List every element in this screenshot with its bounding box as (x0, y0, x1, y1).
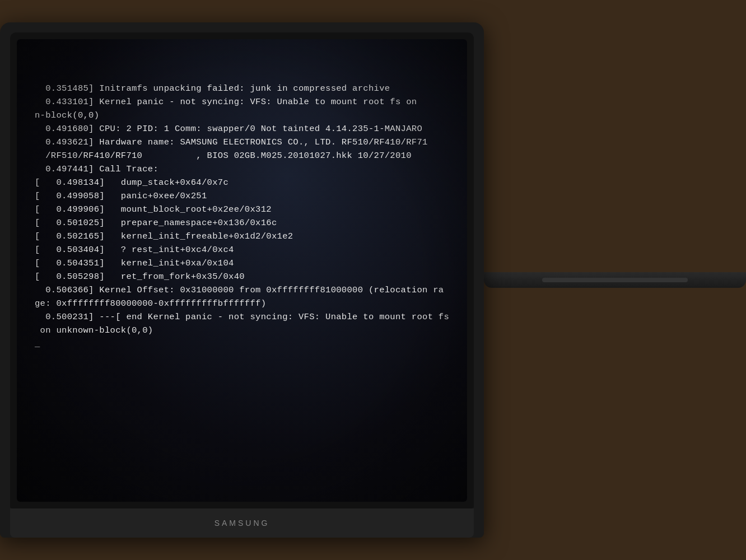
trackpad (542, 278, 688, 282)
terminal-line: [ 0.504351] kernel_init+0xa/0x104 (35, 256, 449, 270)
screen-bezel: 0.351485] Initramfs unpacking failed: ju… (10, 32, 474, 508)
terminal-line: 0.351485] Initramfs unpacking failed: ju… (35, 82, 449, 95)
terminal-line: 0.506366] Kernel Offset: 0x31000000 from… (35, 283, 449, 297)
terminal-line: [ 0.499058] panic+0xee/0x251 (35, 189, 449, 203)
terminal-line: [ 0.499906] mount_block_root+0x2ee/0x312 (35, 203, 449, 216)
terminal-line: [ 0.501025] prepare_namespace+0x136/0x16… (35, 216, 449, 230)
terminal-line: 0.497441] Call Trace: (35, 162, 449, 176)
terminal-line: [ 0.505298] ret_from_fork+0x35/0x40 (35, 270, 449, 283)
brand-label: SAMSUNG (215, 519, 270, 528)
terminal-line: ge: 0xffffffff80000000-0xfffffffffbfffff… (35, 297, 449, 310)
terminal-line: on unknown-block(0,0) (35, 324, 449, 337)
terminal-line: [ 0.502165] kernel_init_freeable+0x1d2/0… (35, 230, 449, 243)
laptop-body: 0.351485] Initramfs unpacking failed: ju… (0, 22, 484, 538)
terminal-line: 0.500231] ---[ end Kernel panic - not sy… (35, 310, 449, 324)
terminal-line: /RF510/RF410/RF710 , BIOS 02GB.M025.2010… (35, 149, 449, 162)
terminal-line: [ 0.503404] ? rest_init+0xc4/0xc4 (35, 243, 449, 256)
terminal-output: 0.351485] Initramfs unpacking failed: ju… (35, 55, 449, 351)
terminal-line: 0.493621] Hardware name: SAMSUNG ELECTRO… (35, 136, 449, 149)
terminal-line: 0.491680] CPU: 2 PID: 1 Comm: swapper/0 … (35, 122, 449, 136)
terminal-line: _ (35, 337, 449, 351)
terminal-line: 0.433101] Kernel panic - not syncing: VF… (35, 95, 449, 109)
terminal-line: n-block(0,0) (35, 109, 449, 122)
screen: 0.351485] Initramfs unpacking failed: ju… (17, 39, 467, 502)
laptop-base (484, 272, 746, 288)
bottom-bar: SAMSUNG (10, 508, 474, 538)
terminal-line: [ 0.498134] dump_stack+0x64/0x7c (35, 176, 449, 189)
